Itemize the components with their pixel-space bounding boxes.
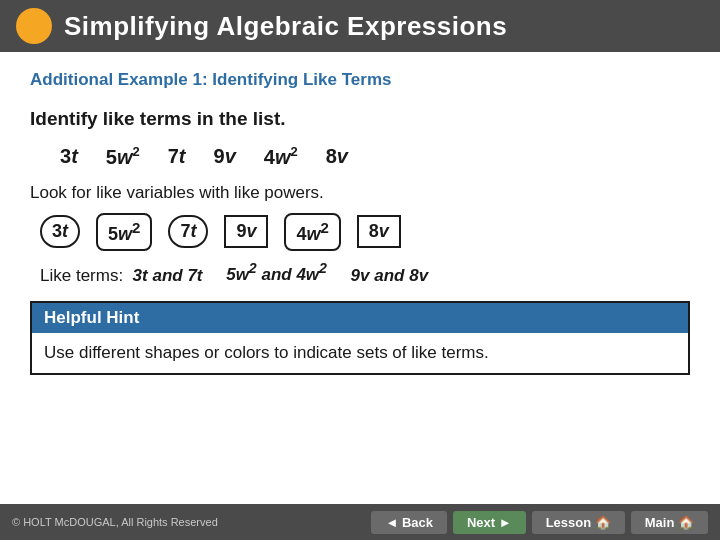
page-footer: © HOLT McDOUGAL, All Rights Reserved ◄ B… [0, 504, 720, 540]
term-4w2: 4w2 [264, 144, 298, 169]
main-button[interactable]: Main 🏠 [631, 511, 708, 534]
term-8v: 8v [326, 145, 348, 168]
hint-body: Use different shapes or colors to indica… [32, 333, 688, 373]
term-9v: 9v [214, 145, 236, 168]
terms-plain-row: 3t 5w2 7t 9v 4w2 8v [30, 144, 690, 169]
term-3t: 3t [60, 145, 78, 168]
outlined-terms-row: 3t 5w2 7t 9v 4w2 8v [30, 213, 690, 251]
term-7t: 7t [168, 145, 186, 168]
outlined-8v: 8v [357, 215, 401, 248]
like-terms-line: Like terms: 3t and 7t 5w2 and 4w2 9v and… [30, 261, 690, 286]
hint-header: Helpful Hint [32, 303, 688, 333]
back-button[interactable]: ◄ Back [371, 511, 447, 534]
hint-body-text: Use different shapes or colors to indica… [44, 343, 489, 362]
header-circle-icon [16, 8, 52, 44]
like-terms-pair2: 5w2 and 4w2 [226, 265, 327, 284]
outlined-9v: 9v [224, 215, 268, 248]
footer-nav-buttons: ◄ Back Next ► Lesson 🏠 Main 🏠 [371, 511, 708, 534]
question-text: Identify like terms in the list. [30, 108, 690, 130]
outlined-5w2: 5w2 [96, 213, 152, 251]
copyright-text: © HOLT McDOUGAL, All Rights Reserved [12, 516, 218, 528]
outlined-3t: 3t [40, 215, 80, 248]
hint-header-text: Helpful Hint [44, 308, 139, 327]
like-terms-pair1: 3t and 7t [133, 265, 203, 284]
outlined-7t: 7t [168, 215, 208, 248]
subtitle: Additional Example 1: Identifying Like T… [30, 70, 690, 90]
main-content: Additional Example 1: Identifying Like T… [0, 52, 720, 397]
like-terms-pair3: 9v and 8v [351, 265, 429, 284]
outlined-4w2: 4w2 [284, 213, 340, 251]
next-button[interactable]: Next ► [453, 511, 526, 534]
lesson-button[interactable]: Lesson 🏠 [532, 511, 625, 534]
page-title: Simplifying Algebraic Expressions [64, 11, 507, 42]
look-text: Look for like variables with like powers… [30, 183, 690, 203]
page-header: Simplifying Algebraic Expressions [0, 0, 720, 52]
term-5w2: 5w2 [106, 144, 140, 169]
hint-box: Helpful Hint Use different shapes or col… [30, 301, 690, 375]
